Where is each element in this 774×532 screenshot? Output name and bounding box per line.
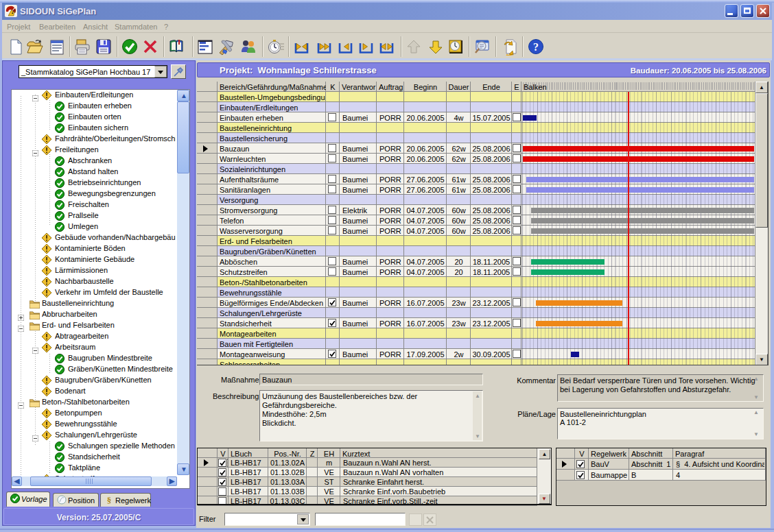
svg-text:?: ? [533,41,539,53]
svg-text:§: § [107,495,112,505]
